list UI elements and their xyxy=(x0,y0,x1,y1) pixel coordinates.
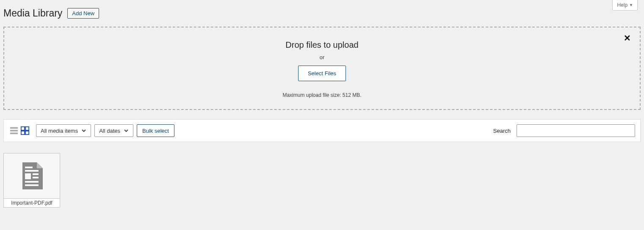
dropzone-hint: Maximum upload file size: 512 MB. xyxy=(13,92,631,98)
media-item[interactable]: Important-PDF.pdf xyxy=(3,153,60,208)
svg-rect-7 xyxy=(25,167,33,168)
svg-rect-2 xyxy=(10,133,18,134)
select-files-button[interactable]: Select Files xyxy=(298,66,346,81)
media-toolbar: All media items All dates Bulk select Se… xyxy=(3,119,641,142)
list-icon xyxy=(9,126,19,135)
svg-rect-1 xyxy=(10,130,18,131)
svg-rect-4 xyxy=(25,127,29,130)
close-icon[interactable]: ✕ xyxy=(624,34,631,42)
svg-rect-12 xyxy=(25,181,39,183)
svg-rect-3 xyxy=(21,127,25,130)
help-tab[interactable]: Help ▼ xyxy=(612,0,638,11)
dropzone-or: or xyxy=(13,54,631,60)
grid-icon xyxy=(20,126,30,135)
filter-type-label: All media items xyxy=(41,128,78,134)
page-title: Media Library xyxy=(3,8,62,19)
filter-date-select[interactable]: All dates xyxy=(94,124,133,137)
dropzone-title: Drop files to upload xyxy=(13,40,631,50)
grid-view-button[interactable] xyxy=(20,126,30,136)
svg-rect-5 xyxy=(21,131,25,134)
add-new-button[interactable]: Add New xyxy=(67,8,99,19)
media-grid: Important-PDF.pdf xyxy=(0,142,644,219)
filter-type-select[interactable]: All media items xyxy=(36,124,91,137)
list-view-button[interactable] xyxy=(9,126,19,136)
chevron-down-icon xyxy=(81,128,86,133)
svg-rect-10 xyxy=(33,173,39,175)
filter-date-label: All dates xyxy=(99,128,120,134)
svg-rect-8 xyxy=(25,170,39,172)
media-filename: Important-PDF.pdf xyxy=(4,198,60,207)
svg-rect-0 xyxy=(10,127,18,129)
svg-rect-13 xyxy=(25,184,39,186)
svg-rect-11 xyxy=(33,177,39,178)
bulk-select-button[interactable]: Bulk select xyxy=(137,124,174,137)
search-label: Search xyxy=(493,128,511,134)
caret-down-icon: ▼ xyxy=(629,3,633,7)
page-header: Media Library Add New xyxy=(0,0,644,27)
view-toggle xyxy=(9,126,30,136)
media-thumbnail xyxy=(4,153,60,198)
chevron-down-icon xyxy=(124,128,129,133)
help-label: Help xyxy=(617,2,627,8)
upload-dropzone[interactable]: ✕ Drop files to upload or Select Files M… xyxy=(3,27,641,110)
svg-rect-6 xyxy=(25,131,29,134)
search-input[interactable] xyxy=(517,124,635,137)
svg-rect-9 xyxy=(25,173,31,179)
document-icon xyxy=(21,162,43,189)
